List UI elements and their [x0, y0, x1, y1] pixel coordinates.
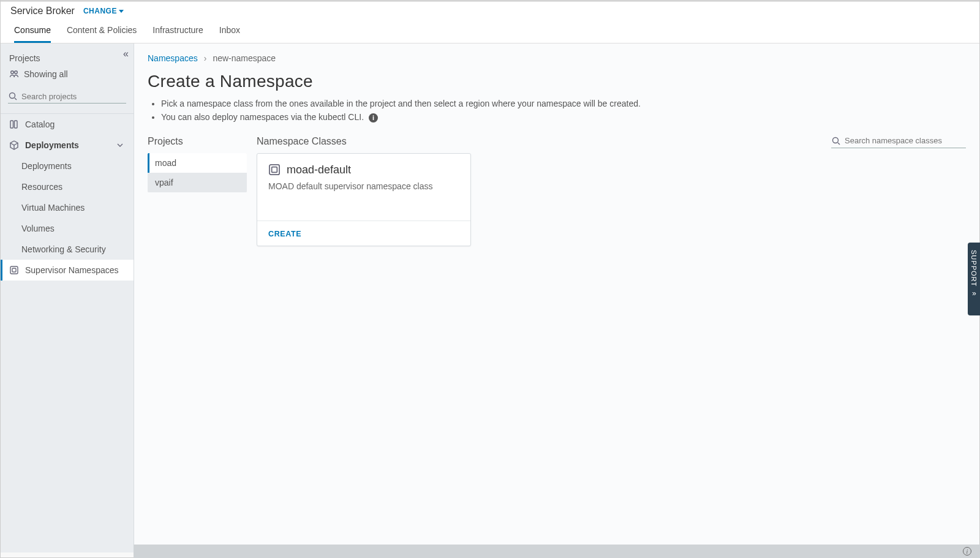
change-label: CHANGE [83, 7, 117, 15]
svg-point-2 [10, 93, 15, 99]
app-header: Service Broker CHANGE [1, 2, 979, 19]
tab-consume[interactable]: Consume [14, 25, 51, 43]
svg-point-9 [833, 137, 839, 143]
footer-info-button[interactable]: i [963, 547, 971, 556]
chevron-left-icon: « [971, 290, 976, 298]
card-title-text: moad-default [287, 164, 351, 176]
card-body: moad-default MOAD default supervisor nam… [257, 154, 470, 221]
sidebar-search[interactable] [8, 91, 126, 104]
svg-rect-8 [12, 268, 16, 272]
create-button[interactable]: CREATE [268, 230, 301, 238]
classes-header-row: Namespace Classes [257, 136, 966, 153]
change-service-link[interactable]: CHANGE [83, 7, 124, 15]
support-label: SUPPORT [970, 250, 978, 287]
nav-sub-networking-security[interactable]: Networking & Security [1, 239, 134, 260]
content-row: « Projects Showing all Catalog Deploymen… [1, 43, 979, 552]
showing-all-label: Showing all [24, 69, 68, 79]
tab-infrastructure[interactable]: Infrastructure [153, 25, 203, 43]
classes-column: Namespace Classes moad-default MOAD defa… [257, 136, 966, 246]
svg-rect-11 [270, 165, 279, 175]
svg-line-3 [15, 98, 17, 100]
search-classes-input[interactable] [845, 136, 966, 145]
search-icon [831, 136, 841, 146]
support-tab[interactable]: SUPPORT « [968, 243, 980, 316]
card-title-row: moad-default [268, 164, 459, 176]
nav-deployments-label: Deployments [25, 140, 79, 150]
deployments-icon [9, 140, 19, 150]
svg-rect-5 [15, 121, 18, 128]
tab-content-policies[interactable]: Content & Policies [67, 25, 137, 43]
card-footer: CREATE [257, 221, 470, 246]
nav-catalog[interactable]: Catalog [1, 114, 134, 135]
catalog-icon [9, 119, 19, 129]
namespace-class-card: moad-default MOAD default supervisor nam… [257, 153, 471, 246]
projects-column: Projects moad vpaif [148, 136, 247, 192]
help-list: Pick a namespace class from the ones ava… [134, 99, 979, 136]
help-item-2: You can also deploy namespaces via the k… [161, 112, 966, 123]
breadcrumb-current: new-namespace [213, 53, 276, 63]
svg-rect-4 [10, 121, 13, 128]
users-icon [9, 69, 19, 79]
svg-point-0 [11, 71, 14, 74]
project-item-moad[interactable]: moad [148, 153, 247, 173]
svg-rect-12 [272, 167, 277, 173]
sidebar-collapse-button[interactable]: « [123, 48, 129, 59]
nav-sub-resources[interactable]: Resources [1, 176, 134, 197]
projects-column-header: Projects [148, 136, 247, 147]
tab-inbox[interactable]: Inbox [219, 25, 240, 43]
svg-line-10 [838, 143, 840, 145]
page-title: Create a Namespace [134, 69, 979, 99]
sidebar-search-input[interactable] [21, 92, 126, 101]
sidebar-projects-header: Projects [1, 43, 134, 66]
main-panel: Namespaces › new-namespace Create a Name… [134, 43, 979, 552]
nav-sub-virtual-machines[interactable]: Virtual Machines [1, 197, 134, 218]
footer-bar: i [134, 545, 980, 558]
svg-point-1 [15, 71, 18, 74]
breadcrumb: Namespaces › new-namespace [134, 43, 979, 69]
help-item-2-text: You can also deploy namespaces via the k… [161, 112, 364, 122]
nav-catalog-label: Catalog [25, 119, 55, 129]
class-icon [268, 164, 281, 176]
nav-sub-deployments[interactable]: Deployments [1, 156, 134, 176]
breadcrumb-separator-icon: › [204, 53, 207, 63]
breadcrumb-root[interactable]: Namespaces [148, 53, 198, 63]
projects-list: moad vpaif [148, 153, 247, 192]
project-item-vpaif[interactable]: vpaif [148, 173, 247, 192]
namespace-icon [9, 265, 19, 275]
search-icon [8, 91, 18, 101]
chevron-down-icon [115, 140, 125, 150]
svg-rect-7 [10, 266, 18, 274]
help-item-1: Pick a namespace class from the ones ava… [161, 99, 966, 108]
nav-deployments[interactable]: Deployments [1, 135, 134, 156]
classes-column-header: Namespace Classes [257, 136, 347, 147]
nav-sub-volumes[interactable]: Volumes [1, 218, 134, 239]
nav-supervisor-label: Supervisor Namespaces [25, 265, 119, 275]
search-classes[interactable] [831, 136, 966, 148]
columns: Projects moad vpaif Namespace Classes [134, 136, 979, 246]
app-title: Service Broker [10, 6, 75, 17]
nav-supervisor-namespaces[interactable]: Supervisor Namespaces [1, 260, 134, 281]
card-description: MOAD default supervisor namespace class [268, 181, 459, 191]
sidebar: « Projects Showing all Catalog Deploymen… [1, 43, 134, 552]
chevron-down-icon [119, 10, 124, 13]
info-icon[interactable]: i [369, 113, 378, 123]
primary-tabs: Consume Content & Policies Infrastructur… [1, 19, 979, 43]
sidebar-showing-all[interactable]: Showing all [1, 66, 134, 83]
